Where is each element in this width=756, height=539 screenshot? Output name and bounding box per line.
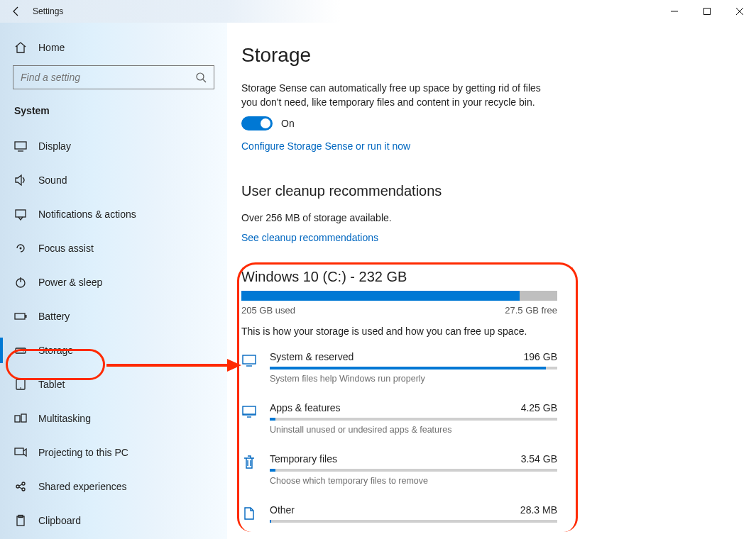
page-title: Storage — [241, 44, 722, 67]
svg-point-15 — [20, 387, 21, 389]
svg-rect-1 — [704, 9, 711, 15]
home-icon — [14, 41, 27, 54]
sidebar-item-power[interactable]: Power & sleep — [0, 265, 227, 299]
other-icon — [241, 504, 257, 527]
window-title: Settings — [33, 6, 63, 16]
battery-icon — [14, 310, 27, 323]
svg-point-7 — [20, 248, 22, 250]
storage-category-other[interactable]: Other28.3 MB — [241, 504, 557, 527]
svg-rect-16 — [15, 416, 20, 422]
category-sub: Choose which temporary files to remove — [270, 476, 557, 486]
category-bar — [270, 367, 557, 369]
storage-category-system[interactable]: System & reserved196 GBSystem files help… — [241, 351, 557, 384]
category-bar — [270, 520, 557, 523]
svg-rect-26 — [243, 406, 256, 415]
sidebar-item-shared[interactable]: Shared experiences — [0, 469, 227, 504]
sidebar-item-label: Sound — [38, 174, 67, 186]
multitasking-icon — [14, 412, 27, 425]
svg-rect-17 — [21, 414, 26, 422]
cleanup-heading: User cleanup recommendations — [241, 183, 722, 199]
drive-used-label: 205 GB used — [241, 305, 295, 316]
focus-icon — [14, 242, 27, 255]
storage-sense-toggle-label: On — [281, 118, 295, 129]
power-icon — [14, 276, 27, 289]
svg-line-3 — [203, 79, 206, 82]
sidebar-item-projecting[interactable]: Projecting to this PC — [0, 435, 227, 469]
sidebar-item-storage[interactable]: Storage — [0, 333, 227, 367]
category-size: 4.25 GB — [521, 402, 557, 413]
content: Storage Storage Sense can automatically … — [227, 23, 756, 539]
sidebar-item-display[interactable]: Display — [0, 129, 227, 163]
storage-icon — [14, 344, 27, 357]
projecting-icon — [14, 446, 27, 459]
category-bar — [270, 469, 557, 472]
svg-rect-11 — [26, 315, 27, 318]
sidebar-item-sound[interactable]: Sound — [0, 163, 227, 197]
sidebar-section-header: System — [0, 105, 227, 129]
svg-point-21 — [22, 488, 25, 491]
search-icon — [195, 72, 207, 83]
clipboard-icon — [14, 514, 27, 527]
sidebar-item-label: Tablet — [38, 379, 65, 390]
svg-point-19 — [16, 485, 19, 488]
svg-rect-18 — [15, 448, 23, 455]
sidebar-item-multitasking[interactable]: Multitasking — [0, 401, 227, 435]
category-size: 196 GB — [524, 351, 557, 362]
display-icon — [14, 140, 27, 152]
cleanup-link[interactable]: See cleanup recommendations — [241, 232, 722, 243]
maximize-button[interactable] — [691, 0, 723, 23]
storage-sense-toggle-row: On — [241, 116, 722, 130]
sidebar-item-label: Projecting to this PC — [38, 447, 128, 458]
storage-sense-desc: Storage Sense can automatically free up … — [241, 81, 547, 109]
svg-rect-24 — [243, 355, 256, 364]
sidebar-item-label: Shared experiences — [38, 481, 127, 492]
shared-icon — [14, 480, 27, 493]
sidebar-item-label: Power & sleep — [38, 277, 102, 288]
search-input-wrap[interactable] — [13, 65, 214, 89]
category-sub: System files help Windows run properly — [270, 374, 557, 384]
sidebar-item-label: Focus assist — [38, 243, 94, 254]
svg-point-20 — [22, 482, 25, 485]
trash-icon — [241, 453, 257, 486]
system-icon — [241, 351, 257, 384]
svg-point-13 — [23, 350, 24, 352]
storage-category-trash[interactable]: Temporary files3.54 GBChoose which tempo… — [241, 453, 557, 486]
svg-rect-10 — [15, 313, 25, 319]
category-name: System & reserved — [270, 351, 354, 362]
notifications-icon — [14, 208, 27, 221]
storage-category-apps[interactable]: Apps & features4.25 GBUninstall unused o… — [241, 402, 557, 435]
sidebar-item-label: Battery — [38, 311, 70, 322]
sidebar-item-label: Clipboard — [38, 515, 81, 526]
sidebar-item-label: Notifications & actions — [38, 209, 136, 220]
configure-link[interactable]: Configure Storage Sense or run it now — [241, 140, 722, 152]
svg-point-2 — [197, 73, 204, 80]
category-name: Temporary files — [270, 453, 337, 465]
sidebar-item-notifications[interactable]: Notifications & actions — [0, 197, 227, 231]
category-name: Other — [270, 504, 295, 516]
search-input[interactable] — [21, 72, 195, 83]
category-size: 28.3 MB — [520, 504, 557, 516]
sidebar-item-tablet[interactable]: Tablet — [0, 367, 227, 401]
titlebar: Settings — [0, 0, 756, 23]
sidebar-item-label: Multitasking — [38, 413, 91, 424]
storage-sense-toggle[interactable] — [241, 116, 273, 130]
sidebar: Home System DisplaySoundNotifications & … — [0, 23, 227, 539]
category-sub: Uninstall unused or undesired apps & fea… — [270, 425, 557, 435]
category-name: Apps & features — [270, 402, 341, 413]
sidebar-home[interactable]: Home — [0, 35, 227, 65]
sidebar-item-focus[interactable]: Focus assist — [0, 231, 227, 265]
category-size: 3.54 GB — [521, 453, 557, 465]
tablet-icon — [14, 378, 27, 391]
sidebar-item-clipboard[interactable]: Clipboard — [0, 504, 227, 538]
sidebar-item-label: Storage — [38, 345, 73, 356]
minimize-button[interactable] — [658, 0, 691, 23]
cleanup-note: Over 256 MB of storage available. — [241, 212, 722, 223]
back-button[interactable] — [0, 0, 33, 23]
sidebar-item-battery[interactable]: Battery — [0, 299, 227, 333]
sound-icon — [14, 174, 27, 187]
drive-usage-bar — [241, 291, 557, 301]
svg-rect-4 — [15, 142, 26, 149]
sidebar-home-label: Home — [38, 42, 65, 53]
close-button[interactable] — [723, 0, 756, 23]
drive-title: Windows 10 (C:) - 232 GB — [241, 269, 557, 285]
